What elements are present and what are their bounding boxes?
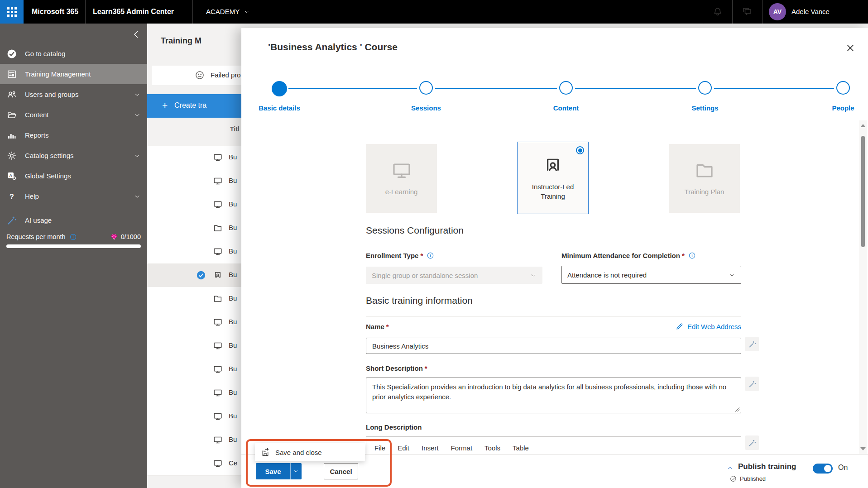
training-type-label: e-Learning: [372, 187, 431, 196]
editor-menubar: FileEditInsertFormatToolsTable: [366, 437, 741, 452]
table-row[interactable]: Bu: [147, 216, 241, 240]
feedback-button[interactable]: [732, 0, 762, 24]
sidebar-nav: Go to catalog Training Management Users …: [0, 43, 147, 230]
sidebar-item-content[interactable]: Content: [0, 105, 147, 125]
brand-title[interactable]: Microsoft 365: [32, 0, 78, 24]
column-header-title[interactable]: Titl: [230, 125, 240, 133]
info-icon[interactable]: [688, 252, 696, 259]
step-connector: [435, 88, 557, 89]
table-row[interactable]: Bu: [147, 146, 241, 170]
step-label-content[interactable]: Content: [521, 104, 611, 112]
avatar[interactable]: AV: [769, 3, 786, 20]
chevron-down-icon: [134, 152, 141, 159]
notifications-button[interactable]: [703, 0, 732, 24]
bell-icon: [712, 6, 723, 17]
cancel-button[interactable]: Cancel: [324, 463, 358, 479]
edit-web-address-link[interactable]: Edit Web Address: [675, 322, 741, 331]
tenant-menu[interactable]: ACADEMY: [206, 0, 250, 24]
sidebar-item-help[interactable]: ? Help: [0, 186, 147, 206]
training-type-card-instructor-led-training[interactable]: Instructor-Led Training: [517, 142, 589, 214]
scrollbar-thumb[interactable]: [861, 136, 865, 247]
app-launcher-button[interactable]: [0, 0, 24, 24]
chevron-up-icon[interactable]: [726, 464, 734, 472]
step-circle-basic-details[interactable]: [272, 81, 287, 96]
table-row[interactable]: Ce: [147, 452, 241, 476]
table-row[interactable]: Bu: [147, 381, 241, 405]
table-row[interactable]: Bu: [147, 358, 241, 382]
save-menu-toggle[interactable]: [290, 463, 302, 479]
table-row[interactable]: Bu: [147, 193, 241, 217]
step-label-settings[interactable]: Settings: [660, 104, 750, 112]
editor-menu-insert[interactable]: Insert: [422, 444, 439, 452]
training-type-card-e-learning[interactable]: e-Learning: [366, 144, 437, 213]
requests-per-month-label: Requests per month: [6, 233, 66, 240]
editor-menu-table[interactable]: Table: [513, 444, 529, 452]
svg-text:A: A: [9, 172, 12, 177]
save-and-close-label: Save and close: [275, 449, 322, 456]
ai-wand-icon: [6, 215, 17, 226]
save-and-close-menu-item[interactable]: Save and close: [255, 443, 365, 461]
app-title[interactable]: Learn365 Admin Center: [93, 0, 174, 24]
training-type-card-training-plan[interactable]: Training Plan: [669, 144, 740, 213]
step-label-people[interactable]: People: [798, 104, 868, 112]
toggle-state-label: On: [838, 464, 848, 472]
step-label-sessions[interactable]: Sessions: [381, 104, 471, 112]
table-row[interactable]: Bu: [147, 405, 241, 429]
user-name[interactable]: Adele Vance: [791, 0, 830, 24]
sidebar-item-go-to-catalog[interactable]: Go to catalog: [0, 43, 147, 64]
min-attendance-select[interactable]: Attendance is not required: [561, 266, 741, 284]
sidebar-item-label: Training Management: [25, 70, 91, 78]
step-label-basic-details[interactable]: Basic details: [234, 104, 325, 112]
info-icon[interactable]: [69, 233, 77, 241]
save-button[interactable]: Save: [256, 463, 290, 479]
table-row[interactable]: Bu: [147, 428, 241, 452]
row-title: Bu: [229, 200, 237, 208]
chevron-down-icon: [134, 193, 141, 200]
tenant-name: ACADEMY: [206, 0, 240, 24]
editor-menu-format[interactable]: Format: [451, 444, 473, 452]
name-label-text: Name: [366, 323, 384, 330]
short-description-textarea[interactable]: This Specialization provides an introduc…: [366, 378, 741, 413]
ai-assist-button[interactable]: [745, 435, 759, 450]
table-row[interactable]: Bu: [147, 263, 241, 287]
close-icon[interactable]: [845, 43, 855, 53]
sidebar-item-users-and-groups[interactable]: Users and groups: [0, 84, 147, 105]
sidebar-item-global-settings[interactable]: A Global Settings: [0, 166, 147, 186]
save-split-button[interactable]: Save: [256, 463, 302, 479]
publish-toggle[interactable]: [813, 464, 833, 474]
step-circle-people[interactable]: [836, 81, 850, 95]
editor-menu-edit[interactable]: Edit: [398, 444, 409, 452]
table-row[interactable]: Bu: [147, 169, 241, 193]
chevron-down-icon: [134, 91, 141, 98]
name-label: Name: [366, 323, 389, 330]
name-input[interactable]: [366, 338, 741, 354]
sidebar-item-catalog-settings[interactable]: Catalog settings: [0, 145, 147, 166]
table-row[interactable]: Bu: [147, 334, 241, 358]
sidebar-item-ai-usage[interactable]: AI usage: [0, 210, 147, 230]
table-row[interactable]: Bu: [147, 287, 241, 311]
step-circle-settings[interactable]: [698, 81, 712, 95]
long-description-text: Long Description: [366, 423, 422, 431]
topbar-divider: [85, 0, 86, 24]
editor-menu-tools[interactable]: Tools: [484, 444, 500, 452]
sidebar-item-training-management[interactable]: Training Management: [0, 64, 147, 84]
scroll-up-arrow[interactable]: [860, 124, 866, 127]
ai-assist-button[interactable]: [745, 377, 759, 391]
info-icon[interactable]: [427, 252, 434, 259]
edit-web-address-label: Edit Web Address: [687, 323, 741, 330]
table-row[interactable]: Bu: [147, 311, 241, 335]
step-circle-sessions[interactable]: [419, 81, 433, 95]
step-circle-content[interactable]: [559, 81, 573, 95]
table-row[interactable]: Bu: [147, 240, 241, 264]
editor-menu-file[interactable]: File: [374, 444, 385, 452]
min-attendance-label: Minimum Attendance for Completion: [561, 252, 696, 259]
ai-assist-button[interactable]: [745, 337, 759, 351]
scroll-down-arrow[interactable]: [860, 447, 866, 450]
monitor-icon: [213, 364, 223, 374]
resize-grip-icon[interactable]: [735, 407, 740, 412]
sidebar-item-reports[interactable]: Reports: [0, 125, 147, 145]
create-training-button[interactable]: + Create tra: [147, 94, 241, 118]
sidebar-collapse-button[interactable]: [131, 29, 142, 40]
enrollment-type-select[interactable]: Single group or standalone session: [366, 267, 542, 284]
svg-text:?: ?: [10, 192, 14, 200]
